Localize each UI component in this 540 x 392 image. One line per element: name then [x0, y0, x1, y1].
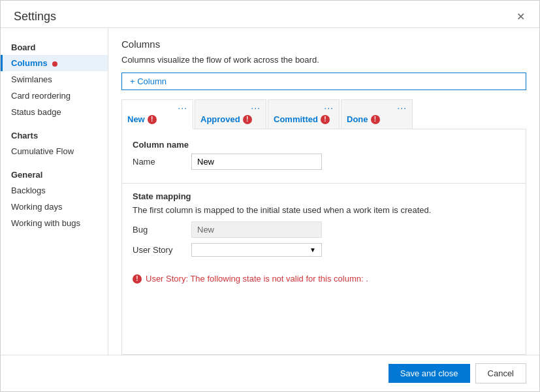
user-story-dropdown[interactable]: ▼	[191, 243, 322, 257]
user-story-row: User Story ▼	[133, 243, 515, 257]
sidebar-section-board: Board	[1, 39, 108, 55]
tab-done-error-icon: !	[371, 115, 380, 124]
dialog-header: Settings ✕	[1, 1, 539, 28]
section-title: Columns	[121, 39, 526, 50]
sidebar-item-backlogs[interactable]: Backlogs	[1, 182, 108, 199]
tab-committed-name: Committed !	[274, 114, 330, 124]
tab-new-name: New !	[127, 114, 157, 124]
description: Columns visualize the flow of work acros…	[121, 55, 526, 65]
cancel-button[interactable]: Cancel	[475, 363, 526, 384]
chevron-down-icon: ▼	[310, 246, 316, 253]
tab-done-menu-icon[interactable]: ···	[397, 103, 407, 113]
main-content: Columns Columns visualize the flow of wo…	[108, 28, 539, 355]
sidebar-item-status-badge[interactable]: Status badge	[1, 104, 108, 120]
name-input[interactable]	[191, 154, 322, 170]
tab-approved-name: Approved !	[200, 114, 252, 124]
dialog-body: Board Columns Swimlanes Card reordering …	[1, 28, 539, 355]
tab-approved[interactable]: ··· Approved !	[195, 99, 266, 129]
sidebar-item-columns[interactable]: Columns	[1, 55, 108, 71]
sidebar: Board Columns Swimlanes Card reordering …	[1, 28, 108, 355]
bug-label: Bug	[133, 225, 185, 235]
column-name-section: Column name Name	[122, 140, 526, 183]
state-mapping-section: State mapping The first column is mapped…	[122, 183, 526, 270]
sidebar-item-cumulative-flow[interactable]: Cumulative Flow	[1, 143, 108, 159]
tab-new-menu-icon[interactable]: ···	[178, 103, 187, 113]
dialog-footer: Save and close Cancel	[1, 355, 539, 391]
sidebar-section-general: General	[1, 166, 108, 182]
tab-new-error-icon: !	[148, 115, 157, 124]
column-name-title: Column name	[133, 140, 515, 150]
tab-approved-header: ···	[200, 103, 261, 113]
tab-committed-header: ···	[274, 103, 334, 113]
bug-value: New	[191, 221, 322, 238]
tab-done-header: ···	[347, 103, 407, 113]
close-button[interactable]: ✕	[513, 10, 529, 24]
error-text: User Story: The following state is not v…	[146, 274, 368, 284]
error-row: ! User Story: The following state is not…	[122, 270, 526, 289]
tab-approved-error-icon: !	[243, 115, 252, 124]
add-column-button[interactable]: + Column	[121, 73, 526, 90]
tab-committed-error-icon: !	[321, 115, 330, 124]
tab-committed[interactable]: ··· Committed !	[268, 99, 340, 129]
tab-new-header: ···	[127, 103, 187, 113]
error-circle-icon: !	[133, 274, 142, 284]
sidebar-item-working-days[interactable]: Working days	[1, 199, 108, 215]
sidebar-item-working-with-bugs[interactable]: Working with bugs	[1, 215, 108, 231]
tab-new[interactable]: ··· New !	[121, 99, 193, 129]
user-story-label: User Story	[133, 245, 185, 255]
state-mapping-title: State mapping	[133, 191, 515, 201]
tab-done[interactable]: ··· Done !	[341, 99, 413, 129]
sidebar-item-swimlanes[interactable]: Swimlanes	[1, 71, 108, 88]
tab-done-name: Done !	[347, 114, 380, 124]
save-and-close-button[interactable]: Save and close	[389, 364, 470, 383]
dialog-title: Settings	[14, 10, 56, 24]
name-row: Name	[133, 154, 515, 170]
sidebar-item-card-reordering[interactable]: Card reordering	[1, 88, 108, 104]
sidebar-section-charts: Charts	[1, 127, 108, 143]
scroll-area: Column name Name State mapping The first…	[121, 129, 526, 355]
columns-tabs: ··· New ! ··· Approved !	[121, 99, 526, 129]
bug-row: Bug New	[133, 221, 515, 238]
name-label: Name	[133, 157, 185, 167]
state-mapping-desc: The first column is mapped to the initia…	[133, 205, 515, 215]
columns-error-dot	[52, 61, 57, 67]
tab-approved-menu-icon[interactable]: ···	[251, 103, 261, 113]
settings-dialog: Settings ✕ Board Columns Swimlanes Card …	[0, 0, 540, 392]
tab-committed-menu-icon[interactable]: ···	[324, 103, 334, 113]
